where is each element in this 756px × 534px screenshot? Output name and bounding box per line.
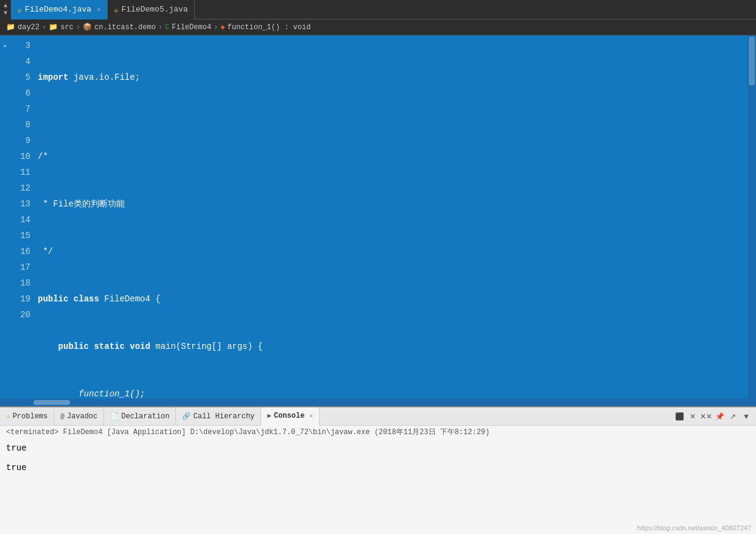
breadcrumb-item-0[interactable]: day22 <box>18 23 40 32</box>
console-label: Console <box>274 412 304 420</box>
tab-filedemo4[interactable]: ☕ FileDemo4.java ✕ <box>11 0 108 19</box>
breadcrumb-method-icon: ◆ <box>220 23 225 32</box>
tab-label2: FileDemo5.java <box>122 5 188 14</box>
callhierarchy-icon: 🔗 <box>182 412 191 420</box>
console-output: true true <box>0 440 756 534</box>
scroll-lock-button[interactable]: 📌 <box>713 410 726 423</box>
collapse-down-icon[interactable]: ▼ <box>4 10 7 16</box>
output-line-1: true <box>6 443 750 453</box>
tab-filedemo5[interactable]: ☕ FileDemo5.java <box>108 0 195 19</box>
panel-tab-javadoc[interactable]: @ Javadoc <box>54 407 104 426</box>
console-terminated: <terminated> FileDemo4 [Java Application… <box>0 426 756 440</box>
breadcrumb-sep-3: › <box>214 23 218 32</box>
h-scrollbar-thumb[interactable] <box>33 400 70 405</box>
code-line-3: import java.io.File; <box>35 69 747 85</box>
callhierarchy-label: Call Hierarchy <box>193 412 254 421</box>
view-menu-button[interactable]: ▼ <box>740 410 752 423</box>
tab-file-icon2: ☕ <box>114 5 119 15</box>
code-line-5: /* <box>35 149 747 164</box>
javadoc-label: Javadoc <box>67 412 97 421</box>
tab-file-icon: ☕ <box>17 5 22 15</box>
output-line-3: true <box>6 463 750 473</box>
remove-all-button[interactable]: ✕✕ <box>700 410 712 423</box>
code-line-6: * File类的判断功能 <box>35 196 747 212</box>
window: ▲ ▼ ☕ FileDemo4.java ✕ ☕ FileDemo5.java … <box>0 0 756 534</box>
vertical-scrollbar[interactable] <box>747 35 756 399</box>
breadcrumb-sep-2: › <box>158 23 163 32</box>
panel-toolbar: ⬛ ✕ ✕✕ 📌 ↗ ▼ <box>673 410 756 423</box>
breadcrumb-folder-icon: 📁 <box>6 23 15 32</box>
problems-label: Problems <box>13 412 48 421</box>
fold-marker-8[interactable] <box>0 117 11 133</box>
panel-tab-declaration[interactable]: 📄 Declaration <box>104 407 176 426</box>
panel-tab-callhierarchy[interactable]: 🔗 Call Hierarchy <box>176 407 261 426</box>
tab-label: FileDemo4.java <box>25 5 91 14</box>
watermark: https://blog.csdn.net/weixin_40807247 <box>637 524 751 532</box>
breadcrumb-item-2[interactable]: cn.itcast.demo <box>94 23 156 32</box>
left-gutter: ▶ <box>0 35 11 399</box>
terminated-text: <terminated> FileDemo4 [Java Application… <box>6 428 490 437</box>
scrollbar-thumb[interactable] <box>749 37 755 85</box>
tab-bar: ▲ ▼ ☕ FileDemo4.java ✕ ☕ FileDemo5.java <box>0 0 756 19</box>
panel-tab-bar: ⚠ Problems @ Javadoc 📄 Declaration 🔗 Cal… <box>0 407 756 426</box>
breadcrumb-class-icon: C <box>165 23 169 32</box>
stop-button[interactable]: ⬛ <box>673 410 685 423</box>
breadcrumb: 📁 day22 › 📁 src › 📦 cn.itcast.demo › C F… <box>0 19 756 35</box>
tab-close-icon[interactable]: ✕ <box>97 5 101 13</box>
fold-marker-3[interactable]: ▶ <box>0 38 11 54</box>
output-line-2 <box>6 453 750 463</box>
left-arrows: ▲ ▼ <box>0 0 11 19</box>
remove-button[interactable]: ✕ <box>687 410 699 423</box>
breadcrumb-sep-1: › <box>76 23 80 32</box>
code-content[interactable]: import java.io.File; /* * File类的判断功能 */ … <box>35 35 747 399</box>
code-line-8: public class FileDemo4 { <box>35 291 747 307</box>
editor-area: ▶ 3 4 5 6 7 8 9 1 <box>0 35 756 399</box>
collapse-up-icon[interactable]: ▲ <box>4 3 7 9</box>
breadcrumb-pkg-icon: 📦 <box>83 23 92 32</box>
panel-tab-console[interactable]: ▶ Console ✕ <box>261 407 320 426</box>
fold-marker-9[interactable] <box>0 133 11 149</box>
horizontal-scrollbar[interactable] <box>0 399 756 406</box>
declaration-label: Declaration <box>121 412 169 421</box>
console-icon: ▶ <box>267 412 271 420</box>
line-numbers: 3 4 5 6 7 8 9 10 11 12 13 14 15 16 17 18… <box>11 35 35 399</box>
console-close-icon[interactable]: ✕ <box>309 412 313 420</box>
code-line-10: function_1(); <box>35 386 747 399</box>
code-line-7: */ <box>35 244 747 259</box>
breadcrumb-item-3[interactable]: FileDemo4 <box>172 23 211 32</box>
bottom-panel: ⚠ Problems @ Javadoc 📄 Declaration 🔗 Cal… <box>0 406 756 534</box>
javadoc-icon: @ <box>60 413 65 420</box>
breadcrumb-item-4[interactable]: function_1() : void <box>228 23 311 32</box>
panel-tab-problems[interactable]: ⚠ Problems <box>0 407 54 426</box>
breadcrumb-item-1[interactable]: src <box>60 23 74 32</box>
declaration-icon: 📄 <box>110 412 119 420</box>
breadcrumb-src-icon: 📁 <box>49 23 58 32</box>
code-line-9: public static void main(String[] args) { <box>35 339 747 354</box>
pin-button[interactable]: ↗ <box>727 410 739 423</box>
breadcrumb-sep-0: › <box>42 23 46 32</box>
problems-icon: ⚠ <box>6 412 10 420</box>
